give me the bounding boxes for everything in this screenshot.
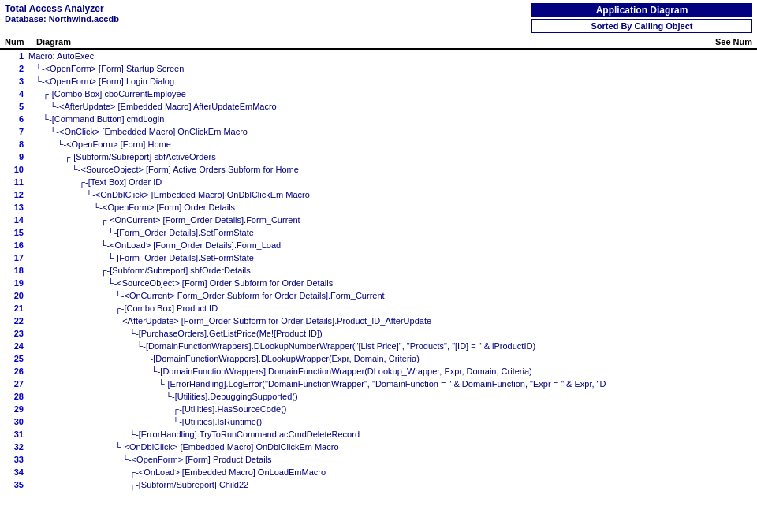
row-number: 6 bbox=[0, 114, 28, 124]
table-row: 30 └-[Utilities].IsRuntime() bbox=[0, 415, 757, 428]
row-content: ┌-[Text Box] Order ID bbox=[28, 177, 757, 187]
row-content: └-<OnDblClick> [Embedded Macro] OnDblCli… bbox=[28, 442, 757, 452]
row-content: └-[DomainFunctionWrappers].DLookupNumber… bbox=[28, 341, 757, 351]
row-number: 1 bbox=[0, 51, 28, 61]
row-content: └-<OnClick> [Embedded Macro] OnClickEm M… bbox=[28, 127, 757, 136]
row-number: 11 bbox=[0, 177, 28, 187]
col-diagram-header: Diagram bbox=[36, 37, 697, 47]
row-content: └-[ErrorHandling].TryToRunCommand acCmdD… bbox=[28, 430, 757, 439]
row-content: └-[PurchaseOrders].GetListPrice(Me![Prod… bbox=[28, 329, 757, 338]
row-content: └-[DomainFunctionWrappers].DLookupWrappe… bbox=[28, 354, 757, 363]
table-row: 25 └-[DomainFunctionWrappers].DLookupWra… bbox=[0, 352, 757, 365]
row-content: ┌-[Subform/Subreport] Child22 bbox=[28, 480, 757, 489]
row-number: 20 bbox=[0, 291, 28, 300]
table-row: 26 └-[DomainFunctionWrappers].DomainFunc… bbox=[0, 365, 757, 378]
row-number: 12 bbox=[0, 190, 28, 199]
row-content: └-[Form_Order Details].SetFormState bbox=[28, 228, 757, 237]
table-row: 28 └-[Utilities].DebuggingSupported() bbox=[0, 390, 757, 403]
row-content: ┌-[Utilities].HasSourceCode() bbox=[28, 404, 757, 414]
header: Total Access Analyzer Database: Northwin… bbox=[0, 0, 757, 35]
header-left: Total Access Analyzer Database: Northwin… bbox=[5, 3, 531, 24]
row-content: └-<OpenForm> [Form] Product Details bbox=[28, 455, 757, 464]
row-number: 23 bbox=[0, 329, 28, 338]
row-number: 7 bbox=[0, 127, 28, 136]
table-row: 33 └-<OpenForm> [Form] Product Details bbox=[0, 453, 757, 466]
table-row: 15 └-[Form_Order Details].SetFormState bbox=[0, 226, 757, 239]
row-content: └-[DomainFunctionWrappers].DomainFunctio… bbox=[28, 366, 757, 376]
table-row: 32 └-<OnDblClick> [Embedded Macro] OnDbl… bbox=[0, 441, 757, 453]
row-content: └-<OpenForm> [Form] Startup Screen bbox=[28, 64, 757, 73]
row-content: └-<OnCurrent> Form_Order Subform for Ord… bbox=[28, 291, 757, 300]
row-number: 5 bbox=[0, 102, 28, 111]
row-number: 9 bbox=[0, 152, 28, 162]
header-center: Application Diagram Sorted By Calling Ob… bbox=[531, 3, 752, 33]
table-row: 19 └-<SourceObject> [Form] Order Subform… bbox=[0, 277, 757, 289]
table-row: 9 ┌-[Subform/Subreport] sbfActiveOrders bbox=[0, 151, 757, 163]
table-row: 27 └-[ErrorHandling].LogError("DomainFun… bbox=[0, 378, 757, 390]
col-see-num-header: See Num bbox=[697, 37, 752, 47]
row-content: └-[Command Button] cmdLogin bbox=[28, 114, 757, 124]
row-content: └-<AfterUpdate> [Embedded Macro] AfterUp… bbox=[28, 102, 757, 111]
row-number: 31 bbox=[0, 430, 28, 439]
diagram-body: 1Macro: AutoExec2 └-<OpenForm> [Form] St… bbox=[0, 50, 757, 491]
row-content: Macro: AutoExec bbox=[28, 51, 757, 61]
row-content: ┌-[Subform/Subreport] sbfOrderDetails bbox=[28, 266, 757, 275]
table-row: 5 └-<AfterUpdate> [Embedded Macro] After… bbox=[0, 100, 757, 113]
table-row: 13 └-<OpenForm> [Form] Order Details bbox=[0, 201, 757, 214]
row-content: └-<SourceObject> [Form] Active Orders Su… bbox=[28, 165, 757, 174]
row-content: └-[Form_Order Details].SetFormState bbox=[28, 253, 757, 262]
row-content: ┌-[Subform/Subreport] sbfActiveOrders bbox=[28, 152, 757, 162]
row-number: 14 bbox=[0, 215, 28, 225]
row-number: 27 bbox=[0, 379, 28, 389]
table-row: 16 └-<OnLoad> [Form_Order Details].Form_… bbox=[0, 239, 757, 251]
table-row: 10 └-<SourceObject> [Form] Active Orders… bbox=[0, 163, 757, 176]
row-number: 33 bbox=[0, 455, 28, 464]
table-row: 12 └-<OnDblClick> [Embedded Macro] OnDbl… bbox=[0, 188, 757, 201]
row-number: 21 bbox=[0, 303, 28, 313]
table-row: 17 └-[Form_Order Details].SetFormState bbox=[0, 251, 757, 264]
table-row: 4 ┌-[Combo Box] cboCurrentEmployee bbox=[0, 87, 757, 100]
table-row: 1Macro: AutoExec bbox=[0, 50, 757, 62]
row-number: 13 bbox=[0, 203, 28, 212]
row-number: 24 bbox=[0, 341, 28, 351]
table-row: 29 ┌-[Utilities].HasSourceCode() bbox=[0, 403, 757, 415]
row-content: ┌-[Combo Box] cboCurrentEmployee bbox=[28, 89, 757, 99]
row-number: 10 bbox=[0, 165, 28, 174]
table-row: 20 └-<OnCurrent> Form_Order Subform for … bbox=[0, 289, 757, 302]
row-content: └-<OnLoad> [Form_Order Details].Form_Loa… bbox=[28, 240, 757, 250]
row-number: 18 bbox=[0, 266, 28, 275]
row-number: 4 bbox=[0, 89, 28, 99]
row-number: 32 bbox=[0, 442, 28, 452]
app-title: Total Access Analyzer bbox=[5, 3, 531, 14]
table-row: 31 └-[ErrorHandling].TryToRunCommand acC… bbox=[0, 428, 757, 441]
table-row: 23 └-[PurchaseOrders].GetListPrice(Me![P… bbox=[0, 327, 757, 340]
row-content: ┌-<OnLoad> [Embedded Macro] OnLoadEmMacr… bbox=[28, 467, 757, 477]
table-row: 14 ┌-<OnCurrent> [Form_Order Details].Fo… bbox=[0, 214, 757, 226]
table-row: 34 ┌-<OnLoad> [Embedded Macro] OnLoadEmM… bbox=[0, 466, 757, 478]
row-content: └-<OnDblClick> [Embedded Macro] OnDblCli… bbox=[28, 190, 757, 199]
diagram-title: Application Diagram bbox=[531, 3, 752, 17]
table-row: 22 <AfterUpdate> [Form_Order Subform for… bbox=[0, 314, 757, 327]
table-row: 8 └-<OpenForm> [Form] Home bbox=[0, 138, 757, 151]
row-content: └-[Utilities].DebuggingSupported() bbox=[28, 392, 757, 401]
db-name: Database: Northwind.accdb bbox=[5, 14, 531, 24]
row-number: 30 bbox=[0, 417, 28, 426]
row-number: 22 bbox=[0, 316, 28, 326]
row-number: 34 bbox=[0, 467, 28, 477]
row-number: 29 bbox=[0, 404, 28, 414]
col-num-header: Num bbox=[5, 37, 36, 47]
row-number: 26 bbox=[0, 366, 28, 376]
row-number: 8 bbox=[0, 140, 28, 149]
table-row: 18 ┌-[Subform/Subreport] sbfOrderDetails bbox=[0, 264, 757, 277]
table-row: 24 └-[DomainFunctionWrappers].DLookupNum… bbox=[0, 340, 757, 352]
row-number: 2 bbox=[0, 64, 28, 73]
row-number: 35 bbox=[0, 480, 28, 489]
row-number: 28 bbox=[0, 392, 28, 401]
row-number: 17 bbox=[0, 253, 28, 262]
table-row: 3 └-<OpenForm> [Form] Login Dialog bbox=[0, 75, 757, 87]
row-content: └-<OpenForm> [Form] Home bbox=[28, 140, 757, 149]
table-row: 2 └-<OpenForm> [Form] Startup Screen bbox=[0, 62, 757, 75]
row-content: └-<SourceObject> [Form] Order Subform fo… bbox=[28, 278, 757, 288]
row-number: 25 bbox=[0, 354, 28, 363]
row-content: └-[ErrorHandling].LogError("DomainFuncti… bbox=[28, 379, 757, 389]
